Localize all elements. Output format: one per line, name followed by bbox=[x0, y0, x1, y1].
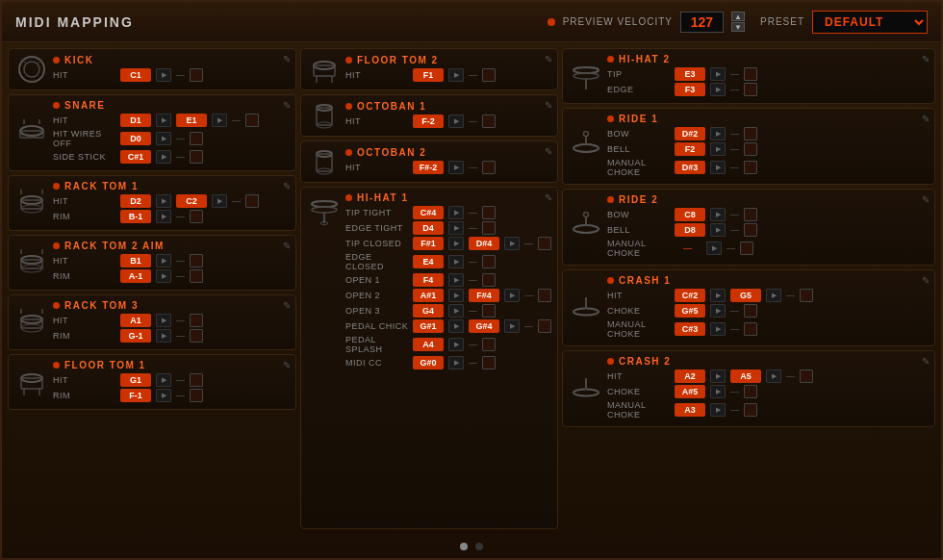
hihat-open2-btn2[interactable]: ▶ bbox=[504, 289, 520, 302]
hihat-midi-cc-btn[interactable]: ▶ bbox=[448, 356, 464, 369]
hihat-open1-note[interactable]: F4 bbox=[413, 273, 444, 287]
hihat-tip-closed-sq[interactable] bbox=[538, 237, 551, 250]
crash-1-hit-sq[interactable] bbox=[800, 289, 813, 302]
ride-2-bow-note[interactable]: C8 bbox=[675, 208, 705, 221]
rack-tom-1-rim-btn[interactable]: ▶ bbox=[156, 210, 171, 223]
ride-2-bell-note[interactable]: D8 bbox=[675, 223, 705, 237]
snare-edit-icon[interactable]: ✎ bbox=[283, 100, 291, 111]
hihat-edge-tight-btn[interactable]: ▶ bbox=[448, 221, 464, 235]
crash-2-edit-icon[interactable]: ✎ bbox=[922, 356, 930, 367]
crash-2-hit-btn2[interactable]: ▶ bbox=[766, 369, 781, 383]
hihat-open1-btn[interactable]: ▶ bbox=[448, 273, 464, 287]
floor-tom-1-rim-btn[interactable]: ▶ bbox=[156, 389, 171, 402]
hihat-tip-closed-note1[interactable]: F#1 bbox=[413, 237, 444, 250]
hihat-pedal-chick-note1[interactable]: G#1 bbox=[413, 319, 444, 333]
snare-wires-note[interactable]: D0 bbox=[120, 132, 151, 145]
snare-wires-btn[interactable]: ▶ bbox=[156, 132, 171, 145]
octoban-1-hit-btn[interactable]: ▶ bbox=[448, 115, 464, 128]
ride-1-bow-btn[interactable]: ▶ bbox=[710, 127, 726, 140]
crash-2-manual-choke-btn[interactable]: ▶ bbox=[710, 403, 726, 417]
hihat-1-edit-icon[interactable]: ✎ bbox=[545, 192, 552, 203]
crash-2-manual-choke-sq[interactable] bbox=[744, 403, 757, 417]
page-dot-1[interactable] bbox=[460, 543, 468, 550]
rack-tom-3-hit-btn[interactable]: ▶ bbox=[156, 314, 171, 327]
page-dot-2[interactable] bbox=[475, 543, 483, 550]
rack-tom-1-hit-note2[interactable]: C2 bbox=[176, 194, 207, 208]
snare-side-btn[interactable]: ▶ bbox=[156, 150, 171, 164]
crash-2-hit-note1[interactable]: A2 bbox=[675, 369, 705, 383]
floor-tom-1-edit-icon[interactable]: ✎ bbox=[283, 360, 291, 370]
hihat-edge-closed-btn[interactable]: ▶ bbox=[448, 255, 464, 268]
ride-2-choke-btn[interactable]: ▶ bbox=[706, 242, 722, 255]
velocity-down-button[interactable]: ▼ bbox=[731, 22, 745, 32]
floor-tom-1-hit-note[interactable]: G1 bbox=[120, 373, 151, 387]
hihat-2-tip-sq[interactable] bbox=[744, 67, 757, 81]
crash-1-manual-choke-sq[interactable] bbox=[744, 322, 757, 336]
crash-2-choke-note[interactable]: A#5 bbox=[675, 385, 705, 398]
floor-tom-2-hit-note[interactable]: F1 bbox=[413, 68, 444, 82]
crash-2-hit-btn1[interactable]: ▶ bbox=[710, 369, 726, 383]
ride-2-edit-icon[interactable]: ✎ bbox=[922, 194, 930, 205]
hihat-2-edit-icon[interactable]: ✎ bbox=[922, 54, 930, 64]
rack-tom-1-rim-note[interactable]: B-1 bbox=[120, 210, 151, 223]
hihat-open2-sq[interactable] bbox=[538, 289, 551, 302]
hihat-open2-note1[interactable]: A#1 bbox=[413, 289, 444, 302]
crash-1-hit-btn2[interactable]: ▶ bbox=[766, 289, 781, 302]
rack-tom-1-edit-icon[interactable]: ✎ bbox=[283, 181, 291, 191]
preset-select[interactable]: DEFAULT bbox=[812, 11, 928, 34]
snare-wires-sq[interactable] bbox=[190, 132, 203, 145]
floor-tom-1-rim-note[interactable]: F-1 bbox=[120, 389, 151, 402]
ride-2-bell-btn[interactable]: ▶ bbox=[710, 223, 726, 237]
rack-tom-1-hit-note1[interactable]: D2 bbox=[120, 194, 151, 208]
hihat-pedal-splash-sq[interactable] bbox=[482, 338, 496, 351]
hihat-tip-tight-note[interactable]: C#4 bbox=[413, 206, 444, 219]
ride-1-choke-note[interactable]: D#3 bbox=[675, 161, 705, 174]
hihat-pedal-splash-btn[interactable]: ▶ bbox=[448, 338, 464, 351]
octoban-1-hit-sq[interactable] bbox=[482, 115, 496, 128]
crash-1-edit-icon[interactable]: ✎ bbox=[922, 275, 930, 286]
rack-tom-2-rim-note[interactable]: A-1 bbox=[120, 269, 151, 283]
hihat-open2-btn1[interactable]: ▶ bbox=[448, 289, 464, 302]
snare-hit-note1[interactable]: D1 bbox=[120, 114, 151, 127]
kick-hit-btn1[interactable]: ▶ bbox=[156, 68, 171, 82]
hihat-open2-note2[interactable]: F#4 bbox=[469, 289, 499, 302]
hihat-2-edge-btn[interactable]: ▶ bbox=[710, 83, 726, 96]
octoban-2-hit-sq[interactable] bbox=[482, 161, 496, 174]
snare-side-sq[interactable] bbox=[190, 150, 203, 164]
hihat-midi-cc-note[interactable]: G#0 bbox=[413, 356, 444, 369]
rack-tom-2-rim-sq[interactable] bbox=[190, 269, 203, 283]
velocity-up-button[interactable]: ▲ bbox=[731, 12, 745, 21]
octoban-1-edit-icon[interactable]: ✎ bbox=[545, 100, 552, 111]
floor-tom-2-hit-sq[interactable] bbox=[482, 68, 496, 82]
hihat-open1-sq[interactable] bbox=[482, 273, 496, 287]
hihat-tip-closed-btn2[interactable]: ▶ bbox=[504, 237, 520, 250]
kick-edit-icon[interactable]: ✎ bbox=[283, 54, 291, 64]
crash-1-choke-btn[interactable]: ▶ bbox=[710, 304, 726, 318]
rack-tom-1-hit-btn2[interactable]: ▶ bbox=[212, 194, 227, 208]
floor-tom-2-hit-btn[interactable]: ▶ bbox=[448, 68, 464, 82]
ride-1-edit-icon[interactable]: ✎ bbox=[922, 114, 930, 124]
ride-1-bow-note[interactable]: D#2 bbox=[675, 127, 705, 140]
hihat-2-edge-note[interactable]: F3 bbox=[675, 83, 705, 96]
snare-hit-sq[interactable] bbox=[245, 114, 259, 127]
octoban-2-hit-note[interactable]: F#-2 bbox=[413, 161, 444, 174]
snare-hit-btn2[interactable]: ▶ bbox=[212, 114, 227, 127]
snare-side-note[interactable]: C#1 bbox=[120, 150, 151, 164]
crash-1-hit-note1[interactable]: C#2 bbox=[675, 289, 705, 302]
rack-tom-1-hit-sq[interactable] bbox=[245, 194, 259, 208]
rack-tom-2-rim-btn[interactable]: ▶ bbox=[156, 269, 171, 283]
hihat-pedal-chick-sq[interactable] bbox=[538, 319, 551, 333]
crash-1-choke-note[interactable]: G#5 bbox=[675, 304, 705, 318]
kick-hit-note[interactable]: C1 bbox=[120, 68, 151, 82]
hihat-open3-sq[interactable] bbox=[482, 304, 496, 318]
hihat-2-edge-sq[interactable] bbox=[744, 83, 757, 96]
rack-tom-3-rim-btn[interactable]: ▶ bbox=[156, 329, 171, 343]
crash-2-choke-btn[interactable]: ▶ bbox=[710, 385, 726, 398]
crash-2-manual-choke-note[interactable]: A3 bbox=[675, 403, 705, 417]
crash-1-choke-sq[interactable] bbox=[744, 304, 757, 318]
crash-1-hit-note2[interactable]: G5 bbox=[730, 289, 761, 302]
hihat-2-tip-note[interactable]: E3 bbox=[675, 67, 705, 81]
ride-2-bow-sq[interactable] bbox=[744, 208, 757, 221]
floor-tom-1-hit-sq[interactable] bbox=[190, 373, 203, 387]
hihat-open3-note[interactable]: G4 bbox=[413, 304, 444, 318]
